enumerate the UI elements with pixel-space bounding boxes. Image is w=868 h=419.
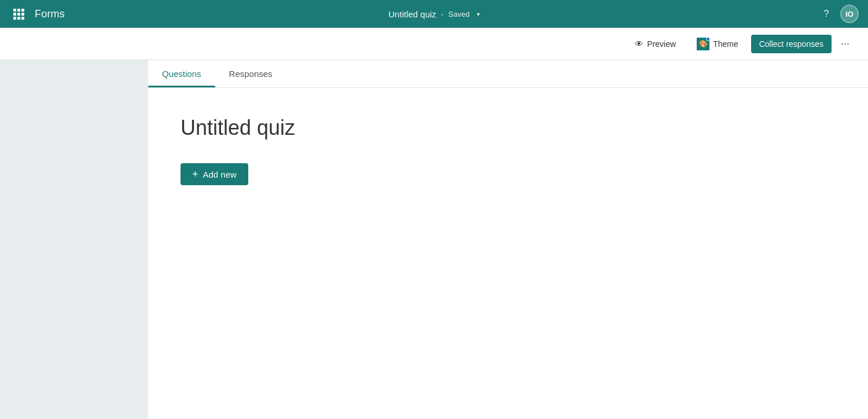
form-container: Questions Responses Untitled quiz + Add …	[148, 60, 868, 419]
help-button[interactable]: ?	[817, 5, 836, 23]
tab-responses-label: Responses	[229, 69, 273, 79]
collect-label: Collect responses	[759, 39, 823, 49]
preview-label: Preview	[647, 39, 676, 49]
tabs-bar: Questions Responses	[148, 60, 868, 88]
collect-responses-button[interactable]: Collect responses	[751, 35, 832, 53]
help-icon: ?	[824, 9, 829, 19]
avatar-initials: IO	[845, 10, 854, 19]
tab-questions-label: Questions	[162, 69, 201, 79]
main-content: Questions Responses Untitled quiz + Add …	[0, 60, 868, 419]
form-title-label[interactable]: Untitled quiz	[388, 9, 436, 19]
waffle-icon[interactable]	[9, 5, 28, 23]
form-body: Untitled quiz + Add new	[148, 88, 868, 419]
tab-responses[interactable]: Responses	[215, 60, 286, 87]
plus-icon: +	[192, 169, 198, 179]
action-bar: 👁 Preview 🎨 Theme Collect responses ···	[0, 28, 868, 60]
saved-badge: Saved	[448, 10, 470, 19]
theme-icon: 🎨	[697, 38, 709, 50]
tab-questions[interactable]: Questions	[148, 60, 215, 87]
theme-label: Theme	[713, 39, 738, 49]
navbar-center: Untitled quiz - Saved ▾	[388, 9, 479, 19]
title-dropdown-chevron[interactable]: ▾	[477, 11, 480, 17]
add-new-button[interactable]: + Add new	[181, 163, 248, 185]
sidebar-left	[0, 60, 148, 419]
title-separator: -	[441, 9, 444, 19]
navbar-left: Forms	[9, 5, 65, 23]
navbar: Forms Untitled quiz - Saved ▾ ? IO	[0, 0, 868, 28]
avatar[interactable]: IO	[840, 5, 859, 23]
quiz-title[interactable]: Untitled quiz	[181, 116, 836, 140]
more-icon: ···	[841, 38, 849, 50]
preview-button[interactable]: 👁 Preview	[627, 34, 684, 53]
app-title: Forms	[35, 8, 65, 20]
preview-icon: 👁	[635, 39, 643, 49]
theme-button[interactable]: 🎨 Theme	[689, 33, 746, 55]
more-options-button[interactable]: ···	[836, 35, 854, 52]
waffle-grid	[13, 9, 24, 20]
navbar-right: ? IO	[817, 5, 859, 23]
add-new-label: Add new	[203, 170, 237, 179]
